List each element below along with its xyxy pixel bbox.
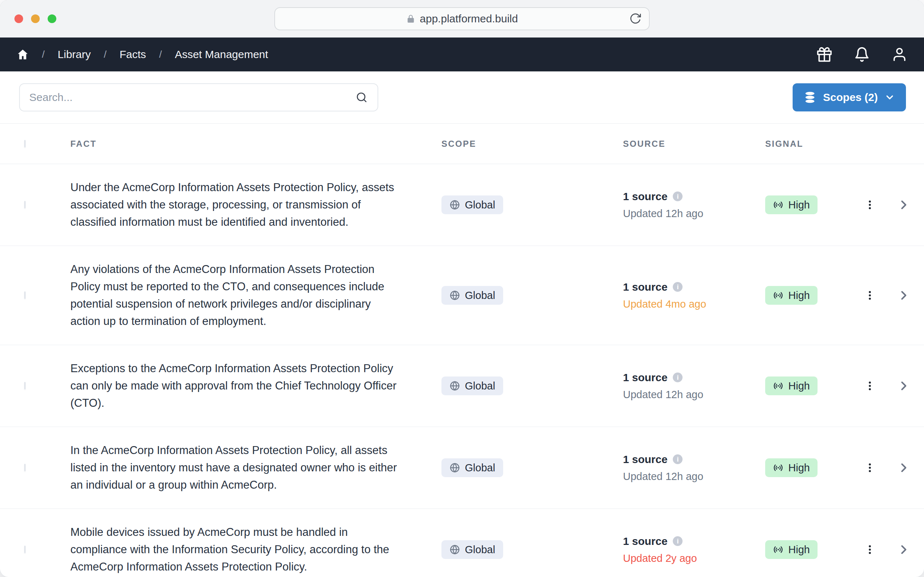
- row-checkbox[interactable]: [24, 382, 26, 390]
- row-checkbox[interactable]: [24, 201, 26, 208]
- table-row[interactable]: Any violations of the AcmeCorp Informati…: [0, 246, 924, 345]
- scope-badge-label: Global: [465, 199, 495, 211]
- info-icon[interactable]: i: [673, 372, 683, 382]
- bell-icon[interactable]: [854, 47, 870, 62]
- url-text: app.platformed.build: [420, 13, 518, 25]
- gift-icon[interactable]: [816, 47, 832, 62]
- info-icon[interactable]: i: [673, 192, 683, 201]
- row-menu-icon[interactable]: [862, 287, 878, 303]
- info-icon[interactable]: i: [673, 536, 683, 546]
- column-header-scope: SCOPE: [441, 139, 623, 149]
- column-header-fact: FACT: [70, 139, 441, 149]
- source-count: 1 source: [623, 453, 667, 466]
- scope-badge: Global: [441, 540, 503, 559]
- updated-text: Updated 4mo ago: [623, 298, 765, 310]
- minimize-window-button[interactable]: [31, 15, 40, 23]
- row-menu-icon[interactable]: [862, 197, 878, 213]
- source-count: 1 source: [623, 190, 667, 203]
- row-menu-icon[interactable]: [862, 542, 878, 558]
- close-window-button[interactable]: [15, 15, 23, 23]
- signal-badge-label: High: [788, 380, 810, 392]
- scope-badge: Global: [441, 286, 503, 305]
- globe-icon: [449, 200, 460, 210]
- chevron-right-icon[interactable]: [896, 197, 912, 213]
- table-row[interactable]: Under the AcmeCorp Information Assets Pr…: [0, 164, 924, 246]
- signal-badge-label: High: [788, 462, 810, 474]
- breadcrumb-asset-management[interactable]: Asset Management: [175, 48, 268, 61]
- scope-badge: Global: [441, 458, 503, 477]
- fact-text: Mobile devices issued by AcmeCorp must b…: [70, 524, 399, 575]
- address-bar[interactable]: app.platformed.build: [274, 7, 650, 30]
- user-icon[interactable]: [892, 47, 908, 62]
- chevron-down-icon: [884, 92, 895, 103]
- scope-badge-label: Global: [465, 544, 495, 556]
- scopes-button-label: Scopes (2): [823, 91, 878, 103]
- globe-icon: [449, 380, 460, 391]
- signal-badge: High: [765, 540, 817, 559]
- updated-text: Updated 12h ago: [623, 389, 765, 401]
- scope-badge-label: Global: [465, 290, 495, 301]
- table-row[interactable]: Exceptions to the AcmeCorp Information A…: [0, 345, 924, 427]
- signal-badge-label: High: [788, 290, 810, 301]
- row-menu-icon[interactable]: [862, 460, 878, 475]
- breadcrumb-separator: /: [103, 49, 107, 60]
- table-row[interactable]: Mobile devices issued by AcmeCorp must b…: [0, 509, 924, 577]
- search-icon: [355, 91, 368, 104]
- table-row[interactable]: In the AcmeCorp Information Assets Prote…: [0, 427, 924, 509]
- fact-text: Exceptions to the AcmeCorp Information A…: [70, 360, 399, 412]
- breadcrumb-facts[interactable]: Facts: [120, 48, 146, 61]
- fact-text: Any violations of the AcmeCorp Informati…: [70, 261, 399, 330]
- row-checkbox[interactable]: [24, 292, 26, 299]
- signal-badge: High: [765, 377, 817, 395]
- zoom-window-button[interactable]: [48, 15, 56, 23]
- radio-signal-icon: [773, 544, 783, 555]
- updated-text: Updated 12h ago: [623, 208, 765, 220]
- table-header: FACT SCOPE SOURCE SIGNAL: [0, 124, 924, 164]
- signal-badge-label: High: [788, 544, 810, 556]
- signal-badge-label: High: [788, 199, 810, 211]
- scope-badge-label: Global: [465, 462, 495, 474]
- home-icon[interactable]: [16, 48, 29, 61]
- chevron-right-icon[interactable]: [896, 287, 912, 303]
- globe-icon: [449, 544, 460, 555]
- lock-icon: [406, 13, 415, 24]
- radio-signal-icon: [773, 462, 783, 473]
- source-count: 1 source: [623, 281, 667, 293]
- updated-text: Updated 2y ago: [623, 553, 765, 564]
- navbar-actions: [816, 47, 908, 62]
- signal-badge: High: [765, 195, 817, 214]
- fact-text: Under the AcmeCorp Information Assets Pr…: [70, 179, 399, 231]
- select-all-checkbox[interactable]: [24, 140, 26, 148]
- breadcrumb: / Library / Facts / Asset Management: [16, 48, 268, 61]
- radio-signal-icon: [773, 290, 783, 301]
- breadcrumb-library[interactable]: Library: [58, 48, 91, 61]
- fact-text: In the AcmeCorp Information Assets Prote…: [70, 442, 399, 494]
- scopes-button[interactable]: Scopes (2): [793, 83, 906, 111]
- scope-badge: Global: [441, 377, 503, 395]
- globe-icon: [449, 462, 460, 473]
- row-checkbox[interactable]: [24, 546, 26, 553]
- signal-badge: High: [765, 286, 817, 305]
- search-input[interactable]: [29, 91, 355, 103]
- chevron-right-icon[interactable]: [896, 378, 912, 394]
- source-count: 1 source: [623, 535, 667, 548]
- reload-button[interactable]: [629, 12, 642, 25]
- chevron-right-icon[interactable]: [896, 460, 912, 475]
- row-menu-icon[interactable]: [862, 378, 878, 394]
- radio-signal-icon: [773, 200, 783, 210]
- column-header-source: SOURCE: [623, 139, 765, 149]
- toolbar: Scopes (2): [0, 71, 924, 124]
- info-icon[interactable]: i: [673, 282, 683, 292]
- info-icon[interactable]: i: [673, 455, 683, 464]
- updated-text: Updated 12h ago: [623, 471, 765, 482]
- browser-window: app.platformed.build / Library / Facts /…: [0, 0, 924, 577]
- top-navbar: / Library / Facts / Asset Management: [0, 37, 924, 71]
- scope-badge-label: Global: [465, 380, 495, 392]
- chevron-right-icon[interactable]: [896, 542, 912, 558]
- breadcrumb-separator: /: [159, 49, 162, 60]
- breadcrumb-separator: /: [42, 49, 45, 60]
- window-controls: [15, 0, 56, 37]
- row-checkbox[interactable]: [24, 464, 26, 471]
- browser-chrome: app.platformed.build: [0, 0, 924, 37]
- source-count: 1 source: [623, 371, 667, 384]
